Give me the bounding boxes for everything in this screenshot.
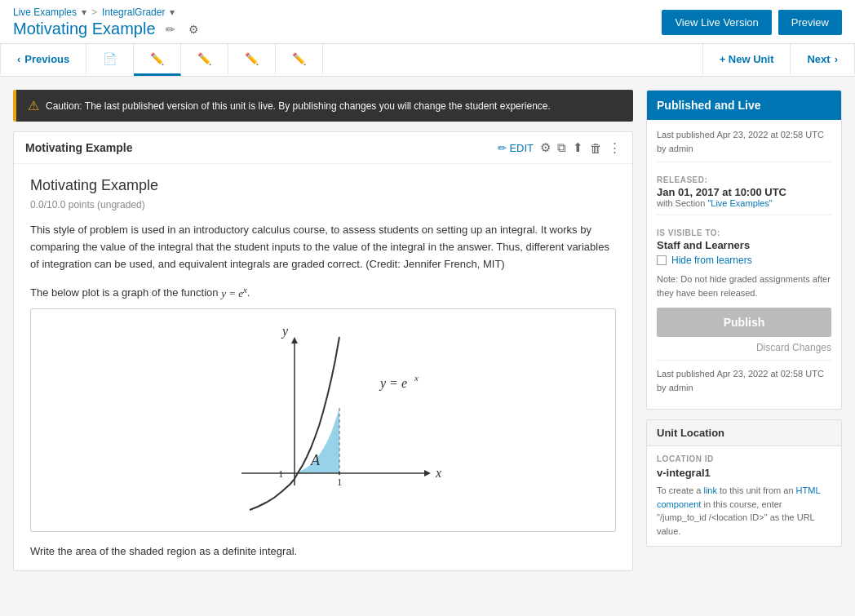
tab-2[interactable]: ✏️ [134,44,181,76]
location-note: To create a link to this unit from an HT… [657,484,831,538]
equation-exponent: x [414,373,419,383]
breadcrumb-child[interactable]: IntegralGrader [102,7,165,18]
equation-label: y = e [379,376,407,391]
published-card-body: Last published Apr 23, 2022 at 02:58 UTC… [647,120,841,409]
points-label: 0.0/10.0 points (ungraded) [30,199,616,211]
more-button[interactable]: ⋮ [609,140,621,155]
plot-equation: y = ex [221,287,247,299]
location-id-value: v-integral1 [657,467,831,479]
publish-button[interactable]: Publish [657,308,831,337]
chevron-left-icon: ‹ [17,53,20,65]
breadcrumb: Live Examples ▾ > IntegralGrader ▾ [13,7,202,18]
unit-card-title: Motivating Example [25,141,132,154]
y-tick-label-1: 1 [278,468,284,480]
location-header: Unit Location [647,420,841,446]
nav-tabs: ‹ Previous 📄 ✏️ ✏️ ✏️ ✏️ + New Unit Next… [0,44,855,77]
hide-learners-label[interactable]: Hide from learners [671,255,752,266]
previous-label: Previous [24,53,69,65]
tab-4-icon: ✏️ [245,52,259,65]
location-card-body: LOCATION ID v-integral1 To create a link… [647,446,841,546]
breadcrumb-child-dropdown-icon[interactable]: ▾ [170,7,175,18]
svg-rect-0 [168,322,478,518]
page-title: Motivating Example [13,20,156,38]
previous-tab[interactable]: ‹ Previous [0,44,86,76]
last-published-text2: Last published Apr 23, 2022 at 02:58 UTC… [657,367,831,394]
caution-text: Caution: The last published version of t… [46,100,551,112]
edit-button[interactable]: ✏ EDIT [498,142,534,154]
area-label-A: A [310,452,321,468]
unit-content: Motivating Example 0.0/10.0 points (ungr… [14,164,632,570]
graph-container: y x y = e x 1 1 A [30,308,616,532]
last-published-text: Last published Apr 23, 2022 at 02:58 UTC… [657,128,831,155]
breadcrumb-dropdown-icon[interactable]: ▾ [82,7,86,18]
unit-card: Motivating Example ✏ EDIT ⚙ ⧉ ⬆ 🗑 ⋮ Moti… [13,131,633,571]
published-card: Published and Live Last published Apr 23… [646,90,842,410]
view-live-button[interactable]: View Live Version [662,10,771,35]
tab-2-icon: ✏️ [150,52,164,65]
tab-5-icon: ✏️ [292,52,306,65]
write-prompt: Write the area of the shaded region as a… [30,545,616,557]
right-panel: Published and Live Last published Apr 23… [646,90,842,556]
settings-button[interactable]: ⚙ [185,21,202,38]
page-title-row: Motivating Example ✏ ⚙ [13,20,202,38]
hide-learners-row: Hide from learners [657,255,831,266]
y-axis-label: y [281,324,289,339]
top-header: Live Examples ▾ > IntegralGrader ▾ Motiv… [0,0,855,44]
x-axis-arrow [424,470,431,476]
warning-icon: ⚠ [28,98,39,113]
tab-3-icon: ✏️ [197,52,211,65]
released-section: RELEASED: Jan 01, 2017 at 10:00 UTC with… [657,162,831,208]
left-panel: ⚠ Caution: The last published version of… [13,90,633,571]
new-unit-label: + New Unit [720,53,774,65]
location-id-label: LOCATION ID [657,454,831,463]
last-published-section2: Last published Apr 23, 2022 at 02:58 UTC… [657,360,831,394]
function-graph: y x y = e x 1 1 A [168,322,478,518]
next-label: Next [807,53,830,65]
published-status: Published and Live [647,91,841,120]
next-tab[interactable]: Next › [791,44,855,76]
discard-link[interactable]: Discard Changes [657,342,831,353]
tab-1[interactable]: 📄 [86,44,134,76]
delete-button[interactable]: 🗑 [590,141,602,155]
content-title: Motivating Example [30,177,616,194]
main-content: ⚠ Caution: The last published version of… [0,77,855,584]
plot-label: The below plot is a graph of the functio… [30,284,616,299]
section-link[interactable]: "Live Examples" [707,198,772,208]
visible-label: IS VISIBLE TO: [657,228,831,237]
location-card: Unit Location LOCATION ID v-integral1 To… [646,419,842,547]
settings-unit-button[interactable]: ⚙ [540,140,551,155]
admin-link2[interactable]: admin [669,383,693,392]
admin-link[interactable]: admin [669,144,693,153]
link-text[interactable]: link [703,485,717,495]
plot-text: The below plot is a graph of the functio… [30,287,219,299]
pencil-icon: ✏ [498,142,507,154]
unit-body: This style of problem is used in an intr… [30,222,616,273]
chevron-right-icon: › [835,53,838,65]
tab-4[interactable]: ✏️ [228,44,276,76]
hide-learners-checkbox[interactable] [657,255,667,265]
edit-label: EDIT [509,142,534,154]
unit-card-actions: ✏ EDIT ⚙ ⧉ ⬆ 🗑 ⋮ [498,140,621,155]
tab-3[interactable]: ✏️ [181,44,228,76]
hide-note: Note: Do not hide graded assignments aft… [657,273,831,299]
header-actions: View Live Version Preview [662,10,842,35]
unit-card-header: Motivating Example ✏ EDIT ⚙ ⧉ ⬆ 🗑 ⋮ [14,132,632,164]
visible-value: Staff and Learners [657,239,831,251]
edit-title-button[interactable]: ✏ [162,21,179,38]
export-button[interactable]: ⬆ [573,140,583,155]
breadcrumb-separator: > [91,7,97,18]
released-label: RELEASED: [657,175,831,184]
y-axis-arrow [291,337,298,343]
visible-section: IS VISIBLE TO: Staff and Learners Hide f… [657,215,831,299]
tab-5[interactable]: ✏️ [276,44,323,76]
tab-1-icon: 📄 [103,52,117,65]
new-unit-tab[interactable]: + New Unit [702,44,791,76]
breadcrumb-parent[interactable]: Live Examples [13,7,77,18]
x-tick-label-1: 1 [337,476,343,488]
header-left: Live Examples ▾ > IntegralGrader ▾ Motiv… [13,7,202,38]
html-text[interactable]: HTML component [657,485,820,509]
preview-button[interactable]: Preview [778,10,842,35]
released-date: Jan 01, 2017 at 10:00 UTC [657,186,831,198]
copy-button[interactable]: ⧉ [557,140,566,155]
caution-banner: ⚠ Caution: The last published version of… [13,90,633,122]
